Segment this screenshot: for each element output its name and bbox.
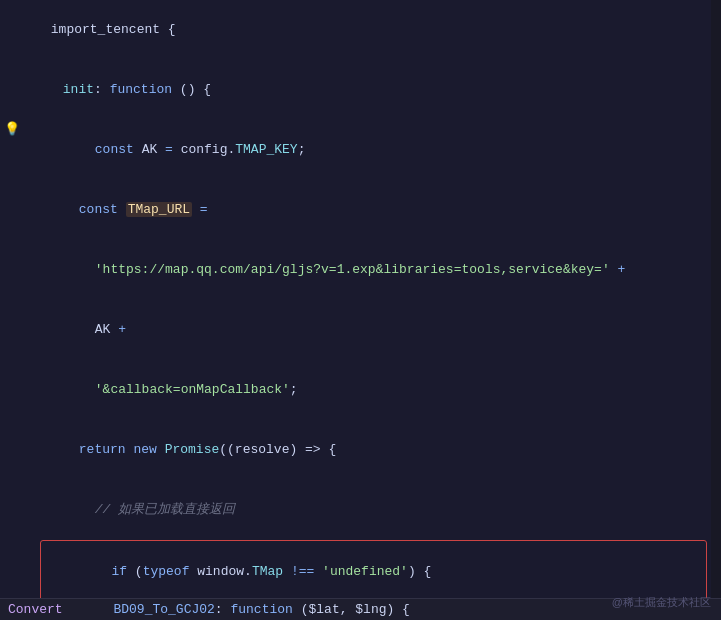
function-params: ($lat, $lng) {	[293, 600, 410, 620]
convert-label: Convert	[0, 600, 63, 620]
scrollbar[interactable]	[711, 0, 721, 620]
warning-icon: 💡	[4, 120, 20, 140]
convert-detail: BD09_To_GCJ02:	[63, 580, 231, 621]
line-3: 💡 const AK = config.TMAP_KEY;	[0, 120, 721, 180]
line-6: AK +	[0, 300, 721, 360]
line-9: // 如果已加载直接返回	[0, 480, 721, 540]
line-5: 'https://map.qq.com/api/gljs?v=1.exp&lib…	[0, 240, 721, 300]
function-keyword: function	[230, 600, 292, 620]
line-1: import_tencent {	[0, 0, 721, 60]
line-4: const TMap_URL =	[0, 180, 721, 240]
status-bar: Convert BD09_To_GCJ02: function ($lat, $…	[0, 598, 721, 620]
line-7: '&callback=onMapCallback';	[0, 360, 721, 420]
code-editor: import_tencent { init: function () { 💡 c…	[0, 0, 721, 620]
line-2: init: function () {	[0, 60, 721, 120]
watermark: @稀土掘金技术社区	[612, 592, 711, 612]
line-8: return new Promise((resolve) => {	[0, 420, 721, 480]
